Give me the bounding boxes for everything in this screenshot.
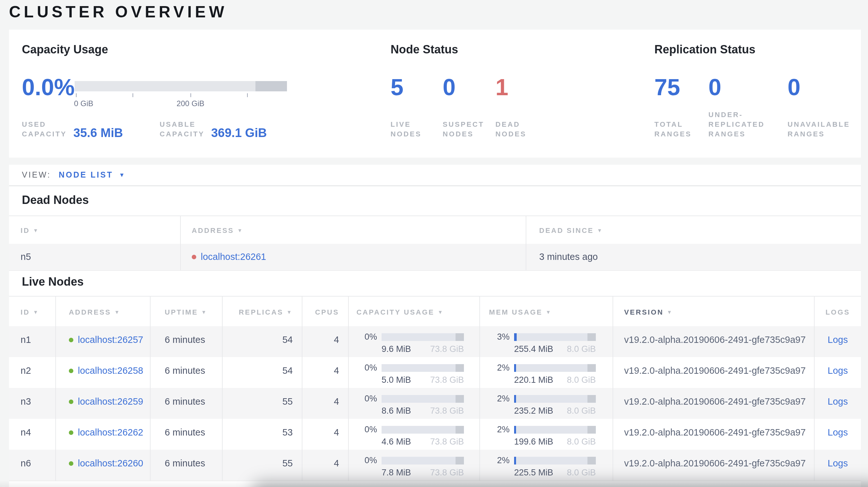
live-node-row: n1 localhost:26257 6 minutes 54 4 0% 9.6… — [9, 326, 861, 357]
live-status-dot-icon — [69, 430, 73, 435]
live-nodes-table: ID▼ ADDRESS▼ UPTIME▼ REPLICAS▼ CPUS CAPA… — [9, 296, 861, 481]
node-address-link[interactable]: localhost:26260 — [78, 458, 143, 468]
node-address-link[interactable]: localhost:26261 — [201, 252, 266, 262]
logs-link[interactable]: Logs — [828, 458, 848, 468]
memory-percent: 2% — [489, 425, 509, 434]
replication-status-title: Replication Status — [654, 42, 860, 57]
node-address-link[interactable]: localhost:26257 — [78, 334, 143, 345]
node-address-cell: localhost:26262 — [55, 419, 150, 450]
under-replicated-label: UNDER-REPLICATED RANGES — [708, 110, 787, 139]
capacity-percent: 0% — [356, 455, 377, 465]
memory-used: 220.1 MiB — [514, 375, 553, 385]
node-memory-cell: 2% 220.1 MiB8.0 GiB — [479, 357, 613, 388]
capacity-bar — [381, 426, 464, 433]
dropdown-caret-icon: ▼ — [119, 172, 126, 178]
under-replicated-count: 0 — [708, 76, 787, 99]
capacity-total: 73.8 GiB — [430, 375, 464, 385]
node-capacity-cell: 0% 9.6 MiB73.8 GiB — [348, 326, 479, 357]
node-id: n3 — [9, 388, 55, 419]
sort-desc-icon: ▼ — [33, 228, 39, 233]
dead-node-row: n5 localhost:26261 3 minutes ago — [9, 244, 861, 271]
memory-percent: 2% — [489, 394, 509, 403]
live-col-address-header[interactable]: ADDRESS▼ — [55, 297, 150, 326]
logs-link[interactable]: Logs — [828, 365, 848, 376]
live-col-memusage-header[interactable]: MEM USAGE▼ — [479, 297, 613, 326]
node-cpus: 4 — [302, 450, 348, 481]
node-id: n4 — [9, 419, 55, 450]
node-status-title: Node Status — [391, 42, 622, 57]
live-col-cpus-header[interactable]: CPUS — [302, 297, 348, 326]
node-version: v19.2.0-alpha.20190606-2491-gfe735c9a97 — [613, 388, 814, 419]
memory-total: 8.0 GiB — [567, 468, 596, 477]
node-address-cell: localhost:26260 — [55, 450, 150, 481]
node-uptime: 6 minutes — [150, 357, 222, 388]
dead-col-deadsince-header[interactable]: DEAD SINCE▼ — [526, 216, 861, 244]
memory-bar — [514, 395, 596, 402]
live-node-row: n3 localhost:26259 6 minutes 55 4 0% 8.6… — [9, 388, 861, 419]
capacity-used: 8.6 MiB — [381, 406, 411, 416]
view-selected-value: NODE LIST — [59, 170, 113, 180]
memory-total: 8.0 GiB — [567, 375, 596, 385]
view-dropdown[interactable]: NODE LIST ▼ — [59, 170, 126, 180]
capacity-bar — [381, 364, 464, 371]
bottom-shadow-band — [251, 481, 868, 487]
node-address-link[interactable]: localhost:26259 — [78, 396, 143, 407]
capacity-percent: 0% — [356, 363, 377, 372]
live-node-row: n6 localhost:26260 6 minutes 55 4 0% 7.8… — [9, 450, 861, 481]
node-address-link[interactable]: localhost:26258 — [78, 365, 143, 376]
usable-capacity-value: 369.1 GiB — [211, 126, 267, 140]
logs-link[interactable]: Logs — [828, 427, 848, 437]
used-capacity-value: 35.6 MiB — [73, 126, 123, 140]
node-capacity-cell: 0% 4.6 MiB73.8 GiB — [348, 419, 479, 450]
logs-link[interactable]: Logs — [828, 334, 848, 345]
node-version: v19.2.0-alpha.20190606-2491-gfe735c9a97 — [613, 450, 814, 481]
memory-total: 8.0 GiB — [567, 344, 596, 354]
sort-desc-icon: ▼ — [546, 310, 552, 315]
live-node-row: n4 localhost:26262 6 minutes 53 4 0% 4.6… — [9, 419, 861, 450]
node-capacity-cell: 0% 8.6 MiB73.8 GiB — [348, 388, 479, 419]
capacity-percent: 0% — [356, 425, 377, 434]
live-col-replicas-header[interactable]: REPLICAS▼ — [222, 297, 302, 326]
node-address-cell: localhost:26258 — [55, 357, 150, 388]
dead-col-address-header[interactable]: ADDRESS▼ — [180, 216, 526, 244]
memory-bar — [514, 456, 596, 464]
live-col-logs-header: LOGS — [814, 297, 861, 326]
node-address-link[interactable]: localhost:26262 — [78, 427, 143, 437]
node-replicas: 55 — [222, 450, 302, 481]
node-uptime: 6 minutes — [150, 450, 222, 481]
node-version: v19.2.0-alpha.20190606-2491-gfe735c9a97 — [613, 326, 814, 357]
node-memory-cell: 3% 255.4 MiB8.0 GiB — [479, 326, 613, 357]
live-col-id-header[interactable]: ID▼ — [9, 297, 55, 326]
live-node-row: n2 localhost:26258 6 minutes 54 4 0% 5.0… — [9, 357, 861, 388]
memory-bar — [514, 426, 596, 433]
node-version: v19.2.0-alpha.20190606-2491-gfe735c9a97 — [613, 419, 814, 450]
node-id: n2 — [9, 357, 55, 388]
replication-values: 75 0 0 — [654, 76, 800, 99]
live-nodes-count: 5 — [391, 76, 443, 99]
nodes-section: Dead Nodes ID▼ ADDRESS▼ DEAD SINCE▼ n5 l… — [9, 187, 861, 487]
node-memory-cell: 2% 235.2 MiB8.0 GiB — [479, 388, 613, 419]
live-col-version-header[interactable]: VERSION▼ — [613, 297, 814, 326]
axis-tick — [76, 93, 76, 97]
memory-used: 199.6 MiB — [514, 437, 553, 447]
memory-used: 225.5 MiB — [514, 468, 553, 477]
sort-desc-icon: ▼ — [33, 310, 39, 315]
capacity-bar — [381, 395, 464, 402]
total-ranges-label: TOTAL RANGES — [654, 120, 708, 139]
axis-tick — [247, 93, 248, 97]
node-uptime: 6 minutes — [150, 326, 222, 357]
dead-status-dot-icon — [192, 255, 196, 259]
node-cpus: 4 — [302, 357, 348, 388]
unavailable-count: 0 — [787, 76, 800, 99]
used-capacity-label: USED CAPACITY — [22, 120, 68, 139]
logs-link[interactable]: Logs — [828, 396, 848, 407]
capacity-used: 5.0 MiB — [381, 375, 411, 385]
node-cpus: 4 — [302, 388, 348, 419]
dead-col-id-header[interactable]: ID▼ — [9, 216, 180, 244]
live-col-capacity-header[interactable]: CAPACITY USAGE▼ — [348, 297, 479, 326]
page-title: CLUSTER OVERVIEW — [9, 3, 227, 21]
live-col-uptime-header[interactable]: UPTIME▼ — [150, 297, 222, 326]
sort-desc-icon: ▼ — [597, 228, 603, 233]
node-id: n5 — [9, 244, 180, 270]
capacity-used: 4.6 MiB — [381, 437, 411, 447]
